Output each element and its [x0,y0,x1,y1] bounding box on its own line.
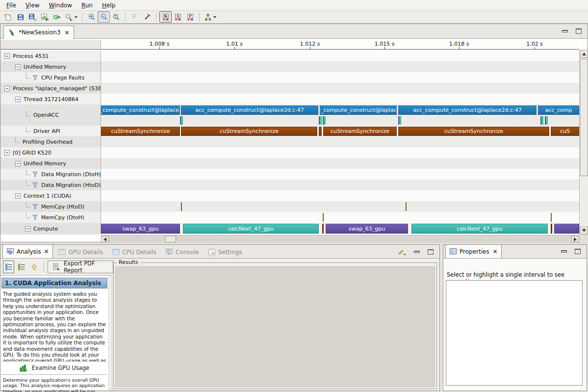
scroll-right-button[interactable] [571,236,579,242]
vertical-scrollbar[interactable] [579,50,588,235]
collapse-minus-icon[interactable] [4,150,10,156]
kernel-interval-tick[interactable] [322,224,324,234]
interval-bar-driver-api[interactable]: cuStreamSynchronize [323,127,397,136]
timeline-row-label-profiling-overhead[interactable]: Profiling Overhead [0,136,101,147]
session-tab[interactable]: *NewSession3 [3,26,74,39]
timeline-row-label-process-4531[interactable]: Process 4531 [0,51,101,61]
tab-cpu-details[interactable]: CPU Details [108,246,160,258]
horizontal-scrollbar[interactable] [101,235,579,243]
timeline-row-label-data-migration-htod-[interactable]: Data Migration (HtoD) [0,180,101,190]
collapse-minus-icon[interactable] [4,86,10,91]
scroll-left-button[interactable] [101,236,109,242]
minimize-icon[interactable] [562,30,568,32]
close-icon[interactable] [493,249,497,254]
scroll-down-button[interactable] [580,227,588,235]
horizontal-scroll-thumb[interactable] [165,236,176,242]
view-menu-icon[interactable] [398,249,406,255]
collapse-all-button[interactable] [29,261,40,273]
vertical-scroll-thumb[interactable] [580,59,588,176]
axis-marker-button[interactable] [128,11,141,23]
profile-application-button[interactable] [39,11,51,23]
kernel-interval-tick[interactable] [551,224,552,234]
collapse-minus-icon[interactable] [15,161,21,166]
kernel-timeline-button[interactable]: K [159,11,172,23]
tab-console[interactable]: Console [162,246,203,258]
timeline-row-label-context-1-cuda-[interactable]: Context 1 (CUDA) [0,190,101,201]
collapse-minus-icon[interactable] [4,53,10,59]
properties-tab[interactable]: Properties [445,244,502,258]
openacc-wait-mark[interactable] [398,116,401,125]
timeline-row-label-driver-api[interactable]: Driver API [0,126,101,136]
reset-zoom-button[interactable] [141,11,153,23]
memcpy-interval-tick[interactable] [551,213,552,222]
search-button[interactable] [63,11,79,23]
timeline-row-label-memcpy-dtoh-[interactable]: MemCpy (DtoH) [0,212,101,223]
interval-bar-driver-api[interactable]: cuStreamSynchronize [398,127,549,136]
interval-bar-kernel[interactable] [554,224,579,234]
interval-bar-kernel[interactable]: calcNext_47_gpu [183,224,319,234]
analysis-scrollbar[interactable] [108,276,112,391]
zoom-out-button[interactable] [98,11,110,23]
minimize-icon[interactable] [414,251,420,253]
menu-help[interactable]: Help [98,1,120,10]
interval-bar-kernel[interactable]: calcNext_47_gpu [411,224,548,234]
dropdown-caret-icon[interactable] [75,16,77,18]
tab-analysis[interactable]: Analysis [2,244,53,258]
tab-settings[interactable]: Settings [205,246,246,258]
timeline-row-label-process-laplace-managed-538-[interactable]: Process "laplace_managed" (538) [0,83,101,94]
menu-file[interactable]: File [2,1,21,10]
save-button[interactable] [14,11,26,23]
interval-bar-openacc[interactable]: acc_compute_construct@laplace2d.c:47 [181,105,318,115]
memcpy-interval-tick[interactable] [406,202,407,211]
maximize-icon[interactable] [575,249,581,254]
show-summary-button[interactable] [51,11,63,23]
process-timeline-button[interactable]: P [184,11,196,23]
collapse-minus-icon[interactable] [15,193,21,199]
openacc-wait-mark[interactable] [540,116,543,125]
openacc-wait-mark[interactable] [545,116,548,125]
interval-bar-kernel[interactable]: swap_63_gpu [326,224,408,234]
interval-bar-openacc[interactable]: acc_comp [538,105,579,115]
tab-gpu-details[interactable]: GPU Details [54,246,107,258]
collapse-minus-icon[interactable] [15,64,21,70]
timeline-ruler[interactable]: 1.008 s1.01 s1.012 s1.015 s1.018 s1.02 s [101,40,579,50]
timeline-row-label-compute[interactable]: Compute [0,223,101,235]
interval-bar-driver-api[interactable]: cuStreamSynchronize [101,127,180,136]
stream-timeline-button[interactable]: S [172,11,184,23]
analysis-system-button[interactable] [203,11,218,23]
zoom-in-button[interactable] [85,11,98,23]
interval-bar-driver-api[interactable]: cuS [551,127,579,136]
menu-window[interactable]: Window [45,1,77,10]
menu-view[interactable]: View [21,1,44,10]
interval-bar-openacc[interactable]: acc_compute_construct@laplace2d.c:47 [398,105,537,115]
memcpy-interval-tick[interactable] [323,213,324,222]
memcpy-interval-tick[interactable] [181,202,182,211]
examine-gpu-usage-button[interactable]: Examine GPU Usage [1,361,107,375]
new-session-button[interactable] [2,11,14,23]
interval-bar-driver-api[interactable]: cuStreamSynchronize [181,127,317,136]
collapse-minus-icon[interactable] [15,97,21,102]
scroll-up-button[interactable] [580,50,588,58]
export-pdf-report-button[interactable]: Export PDF Report [48,261,113,273]
timeline-row-label-openacc[interactable]: OpenACC [0,105,101,126]
timeline-row-label--0-grid-k520[interactable]: [0] GRID K520 [0,147,101,158]
maximize-icon[interactable] [428,249,434,255]
zoom-fit-button[interactable] [110,11,122,23]
menu-run[interactable]: Run [77,1,98,10]
interval-bar-openacc[interactable]: acc_compute_construct@laplace... [320,105,397,115]
timeline-row-label-unified-memory[interactable]: Unified Memory [0,61,101,72]
openacc-wait-mark[interactable] [323,116,326,125]
timeline-row-label-thread-3172140864[interactable]: Thread 3172140864 [0,94,101,105]
unguided-view-button[interactable] [16,261,27,273]
interval-bar-kernel[interactable]: swap_63_gpu [101,224,180,234]
openacc-wait-mark[interactable] [319,116,322,125]
openacc-wait-mark[interactable] [180,116,183,125]
interval-bar-driver-api[interactable] [319,127,322,136]
save-all-button[interactable] [26,11,39,23]
close-icon[interactable] [65,30,69,35]
minimize-icon[interactable] [561,250,567,253]
interval-bar-openacc[interactable]: c_compute_construct@laplace... [101,105,180,115]
maximize-icon[interactable] [576,28,582,34]
timeline-row-label-data-migration-dtoh-[interactable]: Data Migration (DtoH) [0,169,101,180]
dropdown-caret-icon[interactable] [213,16,216,18]
